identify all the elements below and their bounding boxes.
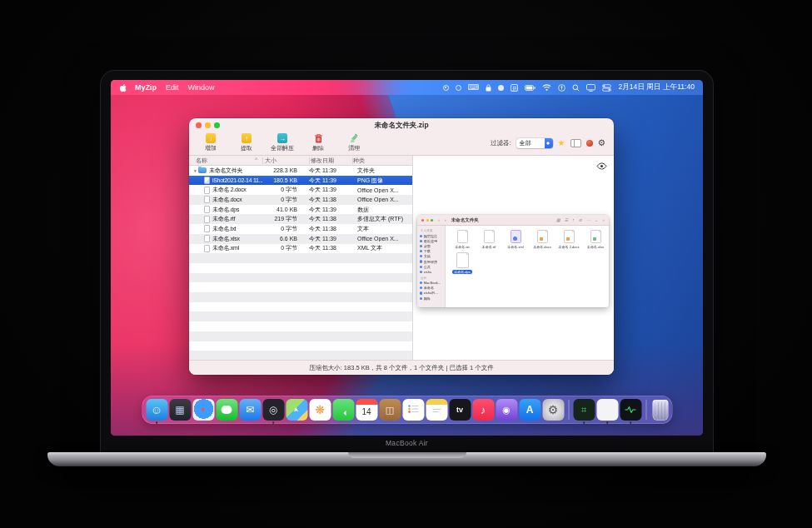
dock-reminders-icon[interactable] [402,399,424,421]
file-name: 未命名.rtf [212,215,235,223]
file-date: 今天 11:38 [309,244,357,252]
app-circle-icon[interactable] [498,85,504,91]
dock-messages-icon[interactable] [216,399,237,421]
dock-calendar-icon[interactable]: 14 [356,399,377,421]
upload-icon[interactable] [558,84,565,92]
apple-menu-icon[interactable] [119,83,127,92]
mini-finder-traffic-lights [421,219,433,222]
file-row-0[interactable]: ▾未命名文件夹228.3 KB今天 11:39文件夹 [189,166,412,176]
add-button[interactable]: ↓ 增加 [196,133,226,152]
dock-appstore-icon[interactable]: A [519,399,541,421]
column-date[interactable]: 修改日期 [311,157,334,165]
menu-bar: MyZip Edit Window ⌨拼 2月14日 周日 上午11:40 [111,80,703,95]
file-name: 未命名.txt [212,225,236,233]
file-name: 未命名.xlsx [212,235,240,243]
dock-music-icon[interactable]: ♪ [472,399,494,421]
control-center-icon[interactable] [602,84,611,92]
dock-terminal-app-icon[interactable]: ⌗ [573,399,595,421]
dock-trash-icon[interactable] [652,400,668,421]
pinyin-icon[interactable]: 拼 [511,84,518,92]
file-row-4[interactable]: 未命名.dps41.0 KB今天 11:39数据 [189,205,412,215]
file-row-8[interactable]: 未命名.xml0 字节今天 11:38XML 文本 [189,244,412,254]
eye-icon[interactable] [596,158,607,173]
dock-mail-icon[interactable]: ✉ [239,399,261,421]
file-size: 219 字节 [262,215,297,223]
keyboard-icon[interactable]: ⌨ [468,83,480,92]
file-row-2[interactable]: 未命名 2.docx0 字节今天 11:39Office Open X... [189,185,412,195]
file-kind: 文本 [357,225,412,233]
mini-doc-icon [511,230,521,243]
mini-file-未命名.xml: 未命名.xml [504,230,527,249]
ring-1-icon[interactable] [443,85,449,91]
mini-sidebar-section: 个人收藏 [421,229,445,232]
dock-launchpad-icon[interactable]: ▦ [169,399,191,421]
dock-finder-icon[interactable]: ☺ [146,399,167,421]
sidebar-toggle-icon[interactable] [570,136,581,151]
device-label: MacBook Air [100,439,714,447]
list-header: 名称 ^ 大小 修改日期 种类 [189,156,412,166]
delete-button[interactable]: 删除 [303,133,333,152]
mini-doc-icon [457,230,468,243]
settings-gear-icon[interactable]: ⚙ [598,138,605,147]
app-badge-icon[interactable] [586,140,593,147]
folder-icon [198,167,207,173]
display-icon[interactable] [586,84,595,92]
dock-ishot-icon[interactable]: ◎ [262,399,284,421]
dock: ☺▦➤✉◎➤❋14◫tv♪◉A⚙⌗ [142,396,672,424]
filter-select[interactable]: 全部 [516,138,553,148]
dock-safari-icon[interactable]: ➤ [192,399,214,421]
file-kind: XML 文本 [357,244,412,252]
lock-icon[interactable] [486,84,491,92]
file-kind: 数据 [357,206,412,214]
menu-clock[interactable]: 2月14日 周日 上午11:40 [618,82,695,92]
add-icon: ↓ [206,133,216,143]
file-name: 未命名.xml [212,244,239,252]
dock-notes-icon[interactable] [426,399,447,421]
filter-value: 全部 [516,139,545,147]
file-row-5[interactable]: 未命名.rtf219 字节今天 11:38多信息文本 (RTF) [189,214,412,224]
dock-facetime-icon[interactable] [332,399,354,421]
sort-indicator[interactable]: ^ [255,157,257,162]
mini-finder-nav-arrows: ‹ › [438,217,448,222]
file-kind: 文件夹 [357,167,412,175]
dock-monitor-app-icon[interactable] [620,399,641,421]
dock-contacts-icon[interactable]: ◫ [379,399,401,421]
extract-all-button[interactable]: → 全部解压 [267,133,297,152]
column-kind[interactable]: 种类 [353,157,365,165]
column-name[interactable]: 名称 [196,157,207,165]
dock-podcasts-icon[interactable]: ◉ [496,399,517,421]
dock-winrar-icon[interactable] [596,399,618,421]
extract-icon: ↑ [242,133,252,143]
file-row-3[interactable]: 未命名.docx0 字节今天 11:38Office Open X... [189,195,412,205]
filter-label: 过滤器: [491,139,511,147]
window-titlebar: 未命名文件夹.zip [189,118,614,132]
disclosure-triangle-icon[interactable]: ▾ [192,168,198,173]
extract-button[interactable]: ↑ 提取 [232,133,262,152]
image-file-icon [204,177,210,184]
minimize-button[interactable] [205,122,211,128]
zoom-button[interactable] [214,122,220,128]
menu-window[interactable]: Window [188,83,215,92]
file-size: 0 字节 [262,196,297,204]
ring-2-icon[interactable] [456,85,461,91]
column-size[interactable]: 大小 [265,157,276,165]
dock-tv-icon[interactable]: tv [449,399,471,421]
battery-icon[interactable] [525,85,536,91]
dock-maps-icon[interactable]: ➤ [286,399,307,421]
file-row-1[interactable]: iShot2021-02-14 11...180.5 KB今天 11:39PNG… [189,176,412,186]
menu-edit[interactable]: Edit [166,83,179,92]
dock-settings-icon[interactable]: ⚙ [542,399,564,421]
file-row-6[interactable]: 未命名.txt0 字节今天 11:38文本 [189,224,412,234]
dock-photos-icon[interactable]: ❋ [309,399,331,421]
favorite-star-icon[interactable]: ★ [558,139,565,147]
wifi-icon[interactable] [542,84,551,91]
mini-sidebar-item: 网络 [420,296,445,301]
file-row-7[interactable]: 未命名.xlsx6.6 KB今天 11:39Office Open X... [189,234,412,244]
file-size: 0 字节 [262,244,297,252]
clean-button[interactable]: 清理 [339,133,369,152]
mini-doc-icon [484,230,495,243]
search-icon[interactable] [572,84,580,92]
dock-separator [645,400,646,420]
menu-app-name[interactable]: MyZip [135,83,157,92]
close-button[interactable] [196,122,202,128]
